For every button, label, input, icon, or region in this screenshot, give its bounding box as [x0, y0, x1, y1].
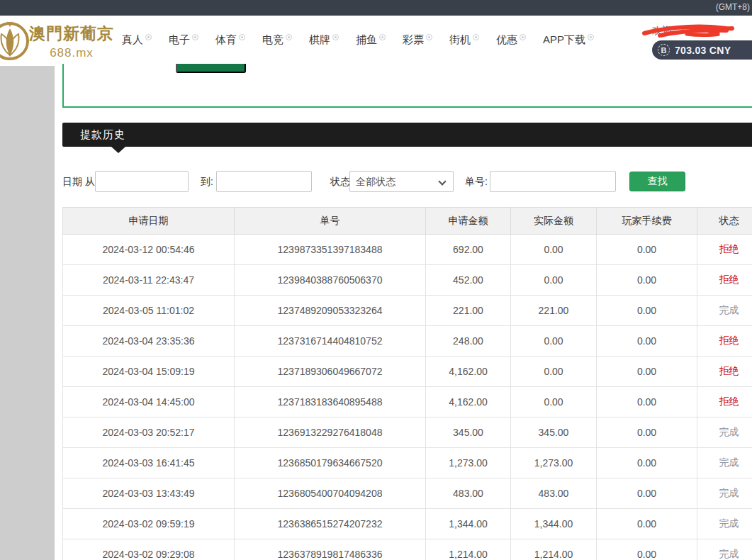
- cell-fee: 0.00: [597, 539, 697, 560]
- cell-status: 完成: [697, 539, 752, 560]
- redaction-scribble-icon: [640, 21, 736, 40]
- cell-date: 2024-03-11 22:43:47: [63, 265, 235, 296]
- cell-amount: 4,162.00: [426, 387, 511, 418]
- order-no-input[interactable]: [490, 171, 616, 192]
- cell-fee: 0.00: [597, 235, 697, 265]
- date-to-input[interactable]: [216, 171, 312, 192]
- cell-status: 完成: [697, 448, 752, 478]
- nav-orbit-icon: [332, 34, 339, 40]
- table-body: 2024-03-12 00:54:46123987335139718348869…: [63, 235, 752, 560]
- table-row: 2024-03-04 14:45:0012371831836408954884,…: [63, 387, 752, 418]
- cell-amount: 483.00: [426, 478, 511, 509]
- cell-actual-amount: 1,344.00: [511, 509, 597, 539]
- top-utility-bar: (GMT+8) 2: [0, 0, 752, 16]
- nav-item-label: 街机: [449, 33, 471, 47]
- nav-item-label: 电竞: [262, 33, 284, 47]
- cell-actual-amount: 1,273.00: [511, 448, 597, 478]
- main-nav: 真人电子体育电竞棋牌捕鱼彩票街机优惠APP下载: [122, 16, 594, 64]
- page: (GMT+8) 2 澳門新葡京 688.mx 真人电子体育电竞棋牌捕鱼彩票街机优…: [0, 0, 752, 560]
- nav-item-promo[interactable]: 优惠: [496, 33, 526, 47]
- cell-order-no: 1237316714404810752: [235, 326, 426, 357]
- cell-amount: 692.00: [426, 235, 511, 265]
- column-header: 单号: [235, 208, 426, 235]
- nav-item-label: 体育: [215, 33, 237, 47]
- cell-status: 拒绝: [697, 235, 752, 265]
- nav-item-esports[interactable]: 电竞: [262, 33, 292, 47]
- table-row: 2024-03-02 09:59:1912363865152742072321,…: [63, 509, 752, 539]
- cell-order-no: 1239840388760506370: [235, 265, 426, 296]
- cell-order-no: 1237489209053323264: [235, 296, 426, 326]
- cell-actual-amount: 221.00: [511, 296, 597, 326]
- section-title: 提款历史: [80, 128, 125, 142]
- nav-item-sports[interactable]: 体育: [215, 33, 245, 47]
- balance-wallet[interactable]: B 703.03 CNY: [652, 40, 752, 60]
- cell-status: 拒绝: [697, 326, 752, 357]
- cell-order-no: 1236850179634667520: [235, 448, 426, 478]
- date-from-label: 日期 从:: [62, 176, 98, 189]
- table-row: 2024-03-03 16:41:4512368501796346675201,…: [63, 448, 752, 478]
- cell-amount: 221.00: [426, 296, 511, 326]
- cell-amount: 248.00: [426, 326, 511, 357]
- site-header: 澳門新葡京 688.mx 真人电子体育电竞棋牌捕鱼彩票街机优惠APP下载 欢迎 …: [0, 16, 752, 64]
- section-header: 提款历史: [62, 123, 752, 147]
- search-button[interactable]: 查找: [629, 172, 685, 191]
- table-header-row: 申请日期单号申请金额实际金额玩家手续费状态: [63, 208, 752, 235]
- nav-item-fishing[interactable]: 捕鱼: [356, 33, 386, 47]
- cell-date: 2024-03-05 11:01:02: [63, 296, 235, 326]
- cell-order-no: 1236913229276418048: [235, 418, 426, 448]
- cell-actual-amount: 1,214.00: [511, 539, 597, 560]
- page-gutter: [0, 66, 55, 560]
- nav-item-slots[interactable]: 电子: [169, 33, 198, 47]
- cell-fee: 0.00: [597, 509, 697, 539]
- brand-logo[interactable]: 澳門新葡京 688.mx: [25, 23, 118, 60]
- cell-order-no: 1236378919817486336: [235, 539, 426, 560]
- column-header: 玩家手续费: [597, 208, 697, 235]
- balance-amount: 703.03 CNY: [675, 45, 731, 56]
- cell-date: 2024-03-02 09:29:08: [63, 539, 235, 560]
- table-row: 2024-03-04 15:09:1912371893060496670724,…: [63, 357, 752, 387]
- table-row: 2024-03-11 22:43:47123984038876050637045…: [63, 265, 752, 296]
- cell-status: 拒绝: [697, 357, 752, 387]
- column-header: 申请日期: [63, 208, 235, 235]
- date-from-input[interactable]: [95, 171, 189, 192]
- withdrawal-history-table: 申请日期单号申请金额实际金额玩家手续费状态 2024-03-12 00:54:4…: [62, 207, 752, 560]
- nav-orbit-icon: [473, 34, 479, 40]
- nav-item-label: 真人: [122, 33, 143, 47]
- cell-order-no: 1239873351397183488: [235, 235, 426, 265]
- nav-orbit-icon: [239, 34, 245, 40]
- order-no-label: 单号:: [465, 176, 488, 189]
- table-row: 2024-03-04 23:35:36123731671440481075224…: [63, 326, 752, 357]
- nav-item-app-download[interactable]: APP下载: [543, 33, 594, 47]
- cell-date: 2024-03-03 13:43:49: [63, 478, 235, 509]
- nav-orbit-icon: [520, 34, 526, 40]
- nav-orbit-icon: [145, 34, 152, 40]
- timezone-label: (GMT+8) 2: [716, 2, 752, 12]
- cell-fee: 0.00: [597, 296, 697, 326]
- cell-status: 拒绝: [697, 265, 752, 296]
- nav-item-label: APP下载: [543, 33, 585, 47]
- bitcoin-icon: B: [658, 44, 670, 56]
- nav-orbit-icon: [426, 34, 432, 40]
- nav-orbit-icon: [588, 34, 594, 40]
- nav-item-lottery[interactable]: 彩票: [403, 33, 432, 47]
- table-row: 2024-03-03 20:52:17123691322927641804834…: [63, 418, 752, 448]
- status-select[interactable]: 全部状态: [349, 171, 454, 192]
- nav-item-label: 捕鱼: [356, 33, 377, 47]
- cell-amount: 452.00: [426, 265, 511, 296]
- nav-orbit-icon: [379, 34, 386, 40]
- nav-item-live[interactable]: 真人: [122, 33, 152, 47]
- section-caret-icon: [111, 147, 125, 153]
- date-to-label: 到:: [201, 176, 213, 189]
- cell-status: 完成: [697, 296, 752, 326]
- cell-amount: 4,162.00: [426, 357, 511, 387]
- cell-date: 2024-03-03 20:52:17: [63, 418, 235, 448]
- cell-status: 完成: [697, 509, 752, 539]
- cell-date: 2024-03-12 00:54:46: [63, 235, 235, 265]
- nav-item-arcade[interactable]: 街机: [449, 33, 479, 47]
- nav-item-label: 彩票: [403, 33, 424, 47]
- nav-item-chess[interactable]: 棋牌: [309, 33, 339, 47]
- cell-fee: 0.00: [597, 357, 697, 387]
- cell-actual-amount: 0.00: [511, 265, 597, 296]
- nav-item-label: 优惠: [496, 33, 517, 47]
- cell-actual-amount: 0.00: [511, 235, 597, 265]
